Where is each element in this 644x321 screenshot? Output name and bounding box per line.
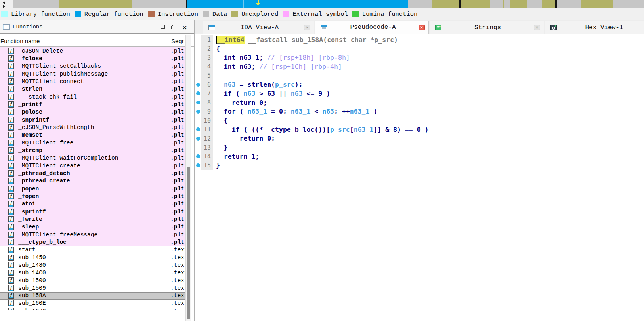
- column-header-segment[interactable]: Segment: [171, 38, 184, 44]
- column-header-function-name[interactable]: Function name: [0, 38, 194, 44]
- maximize-icon[interactable]: [161, 25, 165, 29]
- code-line[interactable]: 4 int n63; // [rsp+1Ch] [rbp-4h]: [195, 62, 644, 71]
- function-name: _MQTTClient_connect: [18, 78, 84, 85]
- function-row[interactable]: fsub_160E.text: [0, 300, 185, 307]
- code-line[interactable]: 11 if ( ((*__ctype_b_loc())[p_src[n63_1]…: [195, 125, 644, 134]
- function-segment: .text: [170, 255, 185, 261]
- navband-segment: [557, 0, 581, 8]
- function-row[interactable]: f_MQTTClient_setCallbacks.plt: [0, 63, 185, 70]
- code-line[interactable]: 14 return 1;: [195, 152, 644, 161]
- breakpoint-gutter[interactable]: [195, 161, 201, 170]
- function-row[interactable]: f_sleep.plt: [0, 223, 185, 231]
- code-text: {: [213, 44, 220, 53]
- function-segment: .plt: [170, 63, 185, 69]
- close-icon[interactable]: [182, 24, 188, 30]
- function-row[interactable]: f_sprintf.plt: [0, 208, 185, 215]
- tab-hex-view-1[interactable]: Hex View-1: [545, 21, 644, 34]
- gutter-empty[interactable]: [195, 143, 201, 152]
- function-row[interactable]: f_pclose.plt: [0, 108, 185, 116]
- tab-close-icon[interactable]: ✕: [304, 25, 310, 30]
- function-segment: .plt: [170, 209, 185, 215]
- functions-scrollbar[interactable]: [185, 35, 191, 321]
- function-row[interactable]: f_printf.plt: [0, 101, 185, 108]
- code-line[interactable]: 13 }: [195, 143, 644, 152]
- scrollbar-thumb[interactable]: [187, 167, 190, 319]
- gutter-empty[interactable]: [195, 53, 201, 62]
- breakpoint-gutter[interactable]: [195, 89, 201, 98]
- code-line[interactable]: 3 int n63_1; // [rsp+18h] [rbp-8h]: [195, 53, 644, 62]
- function-row[interactable]: f_MQTTClient_connect.plt: [0, 78, 185, 85]
- function-row[interactable]: f___ctype_b_loc.plt: [0, 238, 185, 246]
- line-number: 4: [201, 62, 213, 71]
- column-divider[interactable]: [170, 35, 170, 46]
- function-row[interactable]: f___stack_chk_fail.plt: [0, 93, 185, 101]
- function-row[interactable]: fstart.text: [0, 246, 185, 254]
- legend-label: Data: [212, 11, 227, 18]
- function-row[interactable]: fsub_14C0.text: [0, 269, 185, 277]
- function-row[interactable]: f_cJSON_ParseWithLength.plt: [0, 123, 185, 131]
- function-row[interactable]: f_fclose.plt: [0, 55, 185, 62]
- function-row[interactable]: f_fopen.plt: [0, 192, 185, 200]
- legend-color-swatch: [75, 11, 81, 17]
- function-segment: .text: [170, 300, 185, 306]
- function-row[interactable]: f_popen.plt: [0, 185, 185, 192]
- function-row[interactable]: fsub_1509.text: [0, 284, 185, 292]
- breakpoint-gutter[interactable]: [195, 152, 201, 161]
- navigation-band[interactable]: [0, 0, 644, 8]
- function-row[interactable]: f_MQTTClient_create.plt: [0, 162, 185, 169]
- code-line[interactable]: 5: [195, 71, 644, 80]
- code-token: p_src: [330, 126, 350, 133]
- function-row[interactable]: f_MQTTClient_waitForCompletion.plt: [0, 154, 185, 162]
- function-icon: f: [8, 124, 14, 131]
- legend-label: Regular function: [84, 11, 143, 18]
- code-line[interactable]: 9 for ( n63_1 = 0; n63_1 < n63; ++n63_1 …: [195, 107, 644, 116]
- function-row[interactable]: f_pthread_create.plt: [0, 177, 185, 185]
- function-row[interactable]: f_MQTTClient_free.plt: [0, 139, 185, 146]
- breakpoint-gutter[interactable]: [195, 80, 201, 89]
- code-line[interactable]: 10 {: [195, 116, 644, 125]
- function-row[interactable]: fsub_1676.text: [0, 307, 185, 310]
- legend-color-swatch: [283, 11, 289, 17]
- code-line[interactable]: 8 return 0;: [195, 98, 644, 107]
- function-row[interactable]: fsub_1500.text: [0, 277, 185, 284]
- function-row[interactable]: f_MQTTClient_publishMessage.plt: [0, 70, 185, 78]
- code-line[interactable]: 1__int64 __fastcall sub_158A(const char …: [195, 35, 644, 44]
- function-icon: f: [8, 86, 14, 92]
- function-row[interactable]: f_strlen.plt: [0, 85, 185, 93]
- function-row[interactable]: f_MQTTClient_freeMessage.plt: [0, 231, 185, 238]
- line-number: 8: [201, 98, 213, 107]
- code-line[interactable]: 12 return 0;: [195, 134, 644, 143]
- code-line[interactable]: 2{: [195, 44, 644, 53]
- function-icon: f: [8, 101, 14, 108]
- function-row[interactable]: f_cJSON_Delete.plt: [0, 47, 185, 55]
- function-row[interactable]: f_atoi.plt: [0, 200, 185, 208]
- function-row[interactable]: f_pthread_detach.plt: [0, 169, 185, 177]
- tab-close-icon[interactable]: ✕: [419, 25, 425, 30]
- gutter-empty[interactable]: [195, 44, 201, 53]
- function-row[interactable]: fsub_1450.text: [0, 254, 185, 261]
- breakpoint-gutter[interactable]: [195, 134, 201, 143]
- code-line[interactable]: 15}: [195, 161, 644, 170]
- code-line[interactable]: 6 n63 = strlen(p_src);: [195, 80, 644, 89]
- gutter-empty[interactable]: [195, 116, 201, 125]
- tab-strings[interactable]: ””Strings✕: [430, 21, 544, 34]
- breakpoint-gutter[interactable]: [195, 125, 201, 134]
- function-icon: f: [8, 216, 14, 222]
- tab-close-icon[interactable]: ✕: [534, 25, 540, 30]
- functions-titlebar: Functions: [0, 20, 194, 34]
- tab-ida-view-a[interactable]: IDA View-A✕: [203, 21, 314, 34]
- function-row[interactable]: f_memset.plt: [0, 131, 185, 139]
- function-row[interactable]: fsub_1480.text: [0, 261, 185, 269]
- code-line[interactable]: 7 if ( n63 > 63 || n63 <= 9 ): [195, 89, 644, 98]
- function-row[interactable]: f_fwrite.plt: [0, 215, 185, 223]
- tab-pseudocode-a[interactable]: Pseudocode-A✕: [315, 21, 429, 34]
- function-row[interactable]: f_strcmp.plt: [0, 146, 185, 154]
- gutter-empty[interactable]: [195, 71, 201, 80]
- function-row[interactable]: f_snprintf.plt: [0, 116, 185, 123]
- breakpoint-gutter[interactable]: [195, 98, 201, 107]
- gutter-empty[interactable]: [195, 62, 201, 71]
- function-row[interactable]: fsub_158A.text: [0, 292, 185, 300]
- float-window-icon[interactable]: [171, 25, 176, 29]
- breakpoint-gutter[interactable]: [195, 107, 201, 116]
- gutter-empty[interactable]: [195, 35, 201, 44]
